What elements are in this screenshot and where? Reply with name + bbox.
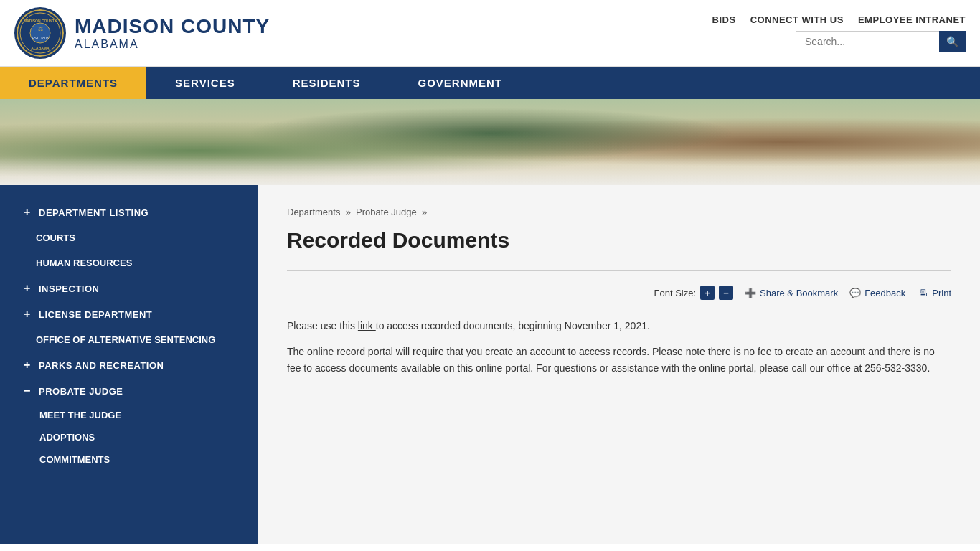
sidebar-courts[interactable]: COURTS bbox=[0, 225, 258, 250]
header-links: BIDS CONNECT WITH US EMPLOYEE INTRANET bbox=[712, 14, 966, 25]
plus-icon-parks: + bbox=[22, 359, 33, 371]
header: MADISON COUNTY ALABAMA ⚖ EST. 1808 MADIS… bbox=[0, 0, 980, 67]
bids-link[interactable]: BIDS bbox=[712, 14, 736, 25]
content-body: Please use this link to access recorded … bbox=[287, 318, 951, 376]
feedback-action[interactable]: 💬 Feedback bbox=[849, 287, 905, 298]
nav-services[interactable]: SERVICES bbox=[146, 67, 264, 99]
logo-area: MADISON COUNTY ALABAMA ⚖ EST. 1808 MADIS… bbox=[14, 7, 270, 59]
feedback-icon: 💬 bbox=[849, 287, 861, 298]
main-layout: + DEPARTMENT LISTING COURTS HUMAN RESOUR… bbox=[0, 185, 980, 544]
sidebar-inspection[interactable]: + INSPECTION bbox=[0, 276, 258, 301]
page-title: Recorded Documents bbox=[287, 228, 951, 253]
main-nav: DEPARTMENTS SERVICES RESIDENTS GOVERNMEN… bbox=[0, 67, 980, 99]
main-content: Departments » Probate Judge » Recorded D… bbox=[258, 185, 980, 544]
toolbar: Font Size: + − ➕ Share & Bookmark 💬 Feed… bbox=[287, 286, 951, 300]
divider bbox=[287, 270, 951, 271]
logo-circle: MADISON COUNTY ALABAMA ⚖ EST. 1808 bbox=[14, 7, 66, 59]
print-icon: 🖶 bbox=[917, 287, 928, 298]
county-name: MADISON COUNTY bbox=[75, 15, 270, 38]
sidebar-human-resources[interactable]: HUMAN RESOURCES bbox=[0, 250, 258, 276]
svg-text:EST. 1808: EST. 1808 bbox=[32, 36, 48, 40]
search-icon: 🔍 bbox=[946, 36, 958, 47]
share-icon: ➕ bbox=[745, 287, 756, 298]
sidebar-license[interactable]: + LICENSE DEPARTMENT bbox=[0, 301, 258, 327]
search-button[interactable]: 🔍 bbox=[939, 31, 966, 52]
font-size-label: Font Size: bbox=[654, 288, 697, 298]
recorded-docs-link[interactable]: link bbox=[358, 320, 376, 331]
share-bookmark-action[interactable]: ➕ Share & Bookmark bbox=[745, 287, 838, 298]
print-label: Print bbox=[932, 288, 951, 298]
plus-icon-inspection: + bbox=[22, 283, 33, 294]
print-action[interactable]: 🖶 Print bbox=[917, 287, 951, 298]
svg-text:ALABAMA: ALABAMA bbox=[31, 46, 50, 50]
search-input[interactable] bbox=[796, 31, 939, 52]
body-paragraph-1: Please use this link to access recorded … bbox=[287, 318, 951, 334]
plus-icon-license: + bbox=[22, 309, 33, 320]
nav-government[interactable]: GOVERNMENT bbox=[390, 67, 532, 99]
nav-residents[interactable]: RESIDENTS bbox=[264, 67, 390, 99]
sidebar-adoptions[interactable]: Adoptions bbox=[0, 426, 258, 448]
svg-text:MADISON COUNTY: MADISON COUNTY bbox=[24, 19, 57, 23]
connect-link[interactable]: CONNECT WITH US bbox=[750, 14, 844, 25]
svg-text:⚖: ⚖ bbox=[38, 26, 43, 32]
breadcrumb-probate[interactable]: Probate Judge bbox=[356, 207, 417, 217]
font-increase-button[interactable]: + bbox=[700, 286, 715, 300]
header-right: BIDS CONNECT WITH US EMPLOYEE INTRANET 🔍 bbox=[712, 14, 966, 52]
feedback-label: Feedback bbox=[864, 288, 905, 298]
sidebar: + DEPARTMENT LISTING COURTS HUMAN RESOUR… bbox=[0, 185, 258, 544]
font-decrease-button[interactable]: − bbox=[719, 286, 733, 300]
plus-icon: + bbox=[22, 207, 33, 218]
nav-departments[interactable]: DEPARTMENTS bbox=[0, 67, 146, 99]
font-size-controls: Font Size: + − bbox=[654, 286, 734, 300]
breadcrumb: Departments » Probate Judge » bbox=[287, 207, 951, 217]
breadcrumb-departments[interactable]: Departments bbox=[287, 207, 340, 217]
sidebar-probate-judge[interactable]: − PROBATE JUDGE bbox=[0, 378, 258, 404]
sidebar-parks[interactable]: + PARKS AND RECREATION bbox=[0, 352, 258, 378]
site-title: MADISON COUNTY ALABAMA bbox=[75, 15, 270, 51]
intranet-link[interactable]: EMPLOYEE INTRANET bbox=[858, 14, 966, 25]
minus-icon: − bbox=[22, 385, 33, 397]
search-bar: 🔍 bbox=[796, 31, 966, 52]
sidebar-department-listing[interactable]: + DEPARTMENT LISTING bbox=[0, 199, 258, 225]
state-name: ALABAMA bbox=[75, 38, 270, 51]
body-paragraph-2: The online record portal will require th… bbox=[287, 344, 951, 376]
share-label: Share & Bookmark bbox=[760, 288, 838, 298]
sidebar-alt-sentencing[interactable]: OFFICE OF ALTERNATIVE SENTENCING bbox=[0, 327, 258, 352]
sidebar-meet-judge[interactable]: Meet the Judge bbox=[0, 404, 258, 426]
hero-image bbox=[0, 99, 980, 185]
sidebar-commitments[interactable]: Commitments bbox=[0, 448, 258, 471]
